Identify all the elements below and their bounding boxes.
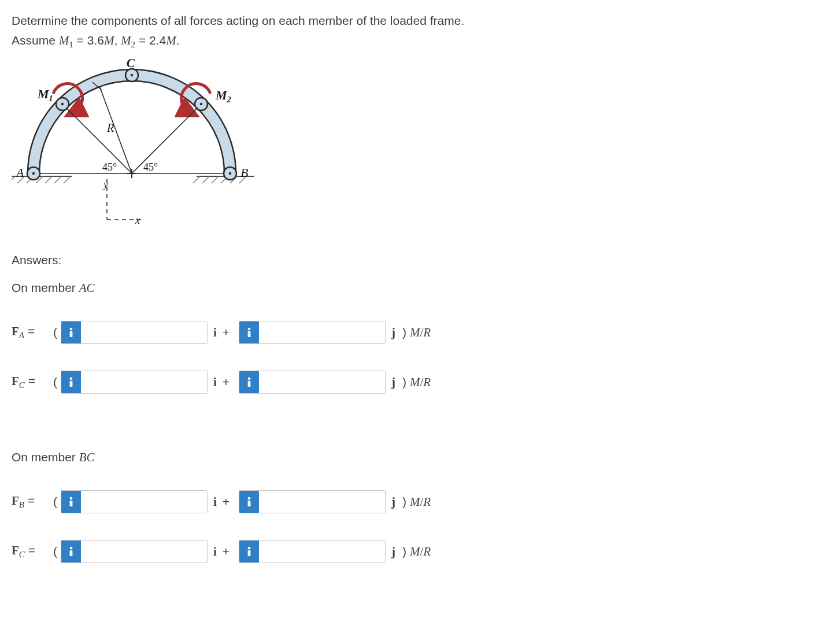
svg-line-9 <box>193 176 200 183</box>
j-vector: j <box>391 375 395 390</box>
paren-close-fc-bc: ) <box>402 545 406 558</box>
paren-close-fc-ac: ) <box>402 375 406 389</box>
svg-point-34 <box>70 328 73 331</box>
svg-line-1 <box>12 176 15 183</box>
info-icon <box>61 491 81 513</box>
svg-line-7 <box>64 176 71 183</box>
svg-rect-47 <box>70 550 73 556</box>
unit-fc-ac: M/R <box>410 375 431 390</box>
svg-point-22 <box>61 103 64 105</box>
label-fa: FA = <box>12 324 53 340</box>
svg-point-38 <box>70 377 73 380</box>
fc-bc-j-input[interactable] <box>259 541 385 562</box>
svg-line-5 <box>45 176 52 183</box>
j-vector: j <box>391 545 395 559</box>
input-fc-bc-i[interactable] <box>61 540 208 563</box>
m1-value: = 3.6 <box>73 34 104 47</box>
fb-sub: B <box>19 500 24 509</box>
frame-diagram: C M1 M2 R 45° 45° A B y x <box>12 58 254 237</box>
label-r: R <box>106 121 114 134</box>
i-vector: i + <box>213 375 232 390</box>
input-fb-i[interactable] <box>61 490 208 513</box>
input-fc-ac-j[interactable] <box>239 371 386 394</box>
m2-subscript: 2 <box>131 40 136 49</box>
svg-line-27 <box>132 108 198 173</box>
j-vector: j <box>391 325 395 340</box>
input-fc-ac-i[interactable] <box>61 371 208 394</box>
assume-prefix: Assume <box>12 34 59 47</box>
m2-value: = 2.4 <box>135 34 166 47</box>
fc-ac-i-input[interactable] <box>81 371 207 393</box>
label-b: B <box>240 165 248 180</box>
member-ac-title: On member AC <box>12 281 817 295</box>
label-fb: FB = <box>12 494 53 510</box>
fc-ac-main: F <box>12 374 19 388</box>
answer-row-fa: FA = ( i + j) M/R <box>12 321 817 344</box>
svg-point-24 <box>200 103 202 105</box>
fa-sub: A <box>19 331 24 340</box>
line2-suffix: . <box>176 34 180 47</box>
input-fa-i[interactable] <box>61 321 208 344</box>
fa-i-input[interactable] <box>81 321 207 343</box>
svg-rect-49 <box>248 550 251 556</box>
m1-symbol: M <box>59 34 69 47</box>
info-icon <box>239 321 259 343</box>
m-italic-1: M <box>104 34 114 47</box>
svg-point-16 <box>32 172 35 175</box>
svg-line-11 <box>212 176 219 183</box>
member-bc-title: On member BC <box>12 450 817 465</box>
j-vector: j <box>391 495 395 509</box>
member-ac-prefix: On member <box>12 281 79 294</box>
svg-point-36 <box>248 328 251 331</box>
svg-rect-35 <box>70 331 73 337</box>
fb-j-input[interactable] <box>259 491 385 513</box>
m-italic-2: M <box>166 34 176 47</box>
label-angle-right: 45° <box>143 161 158 173</box>
svg-point-48 <box>248 547 251 550</box>
member-bc-prefix: On member <box>12 450 79 464</box>
fc-bc-eq: = <box>25 543 35 557</box>
fb-eq: = <box>24 494 35 507</box>
fa-j-input[interactable] <box>259 321 385 343</box>
svg-point-44 <box>248 497 251 500</box>
svg-rect-41 <box>248 381 251 387</box>
label-fc-bc: FC = <box>12 543 53 560</box>
svg-point-20 <box>131 74 133 76</box>
member-bc-name: BC <box>79 450 95 464</box>
m1-subscript: 1 <box>69 40 73 49</box>
label-a: A <box>15 165 24 180</box>
answer-row-fc-bc: FC = ( i + j) M/R <box>12 540 817 563</box>
label-fc-ac: FC = <box>12 374 53 390</box>
m2-symbol: M <box>121 34 131 47</box>
axis-x-label: x <box>135 214 140 226</box>
prompt-line-1: Determine the components of all forces a… <box>12 12 817 30</box>
member-ac-name: AC <box>79 281 95 295</box>
svg-line-26 <box>66 108 132 173</box>
fc-ac-eq: = <box>25 374 35 387</box>
input-fb-j[interactable] <box>239 490 386 513</box>
input-fc-bc-j[interactable] <box>239 540 386 563</box>
info-icon <box>61 321 81 343</box>
label-c: C <box>127 58 135 70</box>
i-vector: i + <box>213 545 232 559</box>
info-icon <box>239 371 259 393</box>
unit-fa: M/R <box>410 325 431 340</box>
svg-point-46 <box>70 547 73 550</box>
i-vector: i + <box>213 495 232 509</box>
fc-ac-j-input[interactable] <box>259 371 385 393</box>
fa-eq: = <box>24 324 35 338</box>
svg-point-18 <box>229 172 231 175</box>
paren-open-fc-bc: ( <box>53 545 57 558</box>
label-m2: M2 <box>215 88 231 104</box>
fc-bc-i-input[interactable] <box>81 541 207 562</box>
svg-rect-39 <box>70 381 73 387</box>
svg-point-42 <box>70 497 73 500</box>
input-fa-j[interactable] <box>239 321 386 344</box>
fa-main: F <box>12 324 19 338</box>
answer-row-fc-ac: FC = ( i + j) M/R <box>12 371 817 394</box>
fb-i-input[interactable] <box>81 491 207 513</box>
fc-ac-sub: C <box>19 380 25 390</box>
info-icon <box>61 371 81 393</box>
svg-line-10 <box>202 176 209 183</box>
answer-row-fb: FB = ( i + j) M/R <box>12 490 817 513</box>
